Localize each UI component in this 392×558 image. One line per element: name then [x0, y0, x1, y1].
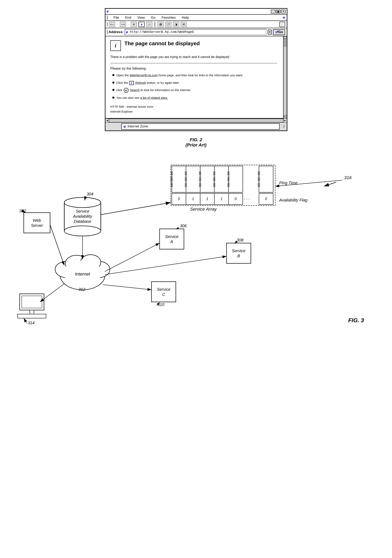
ref-316: 316 — [344, 175, 352, 180]
ref-314: 314 — [28, 321, 34, 325]
dot-separator1: · — [117, 23, 119, 26]
service-b-line1: Service — [232, 249, 245, 253]
maximize-button[interactable]: ▣ — [276, 10, 281, 13]
hscroll-left-button[interactable]: ◀ — [105, 119, 109, 122]
home-button[interactable]: ⌂ — [146, 22, 152, 27]
bullet-item-3: click ⊕ Search to look for information o… — [112, 88, 277, 93]
toolbar-right-icon[interactable]: □ — [280, 22, 285, 27]
address-dropdown[interactable]: ▼ — [268, 30, 272, 35]
fig2-label: FIG. 2 (Prior Art) — [12, 137, 380, 148]
webserverb-link[interactable]: WebServerB.hp.com — [130, 73, 158, 77]
menu-go[interactable]: Go — [151, 16, 155, 20]
svg-rect-25 — [24, 213, 50, 233]
bullet-dot-1 — [112, 74, 114, 76]
service-b-line2: B — [237, 254, 240, 258]
minimize-button[interactable]: □ — [271, 10, 275, 13]
ping-time-4: 00:00:00 — [213, 171, 216, 187]
refresh-button[interactable]: e — [138, 22, 145, 27]
bullet-list: Open the WebServerB.hp.com home page, an… — [110, 73, 277, 100]
ref-308: 308 — [237, 238, 243, 242]
dot-separator2: · — [128, 23, 129, 26]
ref-306: 306 — [180, 224, 187, 228]
horizontal-scrollbar[interactable]: ◀ ▶ — [105, 119, 287, 122]
menu-right-icon: e — [283, 15, 285, 20]
search-button[interactable]: ⊕ — [158, 22, 164, 27]
go-arrow-icon: ↺ — [275, 30, 278, 34]
ref-304: 304 — [87, 192, 93, 196]
back-button[interactable]: ⟵ — [109, 22, 115, 27]
menu-help[interactable]: Help — [182, 16, 189, 20]
ref-310: 310 — [158, 302, 164, 307]
menu-end[interactable]: End — [125, 16, 131, 20]
svg-rect-44 — [227, 243, 251, 263]
service-a-line2: A — [170, 239, 173, 244]
error-footer: HTTP 500 - Internal server error Interne… — [110, 104, 277, 114]
hscroll-right-button[interactable]: ▶ — [283, 119, 287, 122]
status-zone-text: Internet Zone — [128, 124, 148, 128]
avail-flag-1: 1 — [192, 197, 194, 201]
close-button[interactable]: ✕ — [281, 10, 286, 13]
status-zone-box: e Internet Zone — [121, 123, 280, 130]
ping-time-2: 00:00:00 — [184, 171, 188, 187]
favorites-button[interactable]: □* — [165, 22, 171, 27]
mail-button[interactable]: ✉ — [181, 22, 187, 27]
search-link[interactable]: Search — [130, 88, 140, 92]
refresh-link[interactable]: Refresh — [135, 81, 146, 84]
browser-toolbar: ⟵ · ⟶ · ✕ e ⌂ ⊕ □* ◑ ✉ □ — [105, 21, 287, 28]
avail-flag-3: 1 — [220, 197, 222, 201]
vertical-scrollbar[interactable]: ▲ ▼ — [283, 36, 287, 119]
avail-flag-2: 1 — [206, 197, 208, 201]
service-a-line1: Service — [165, 234, 179, 239]
history-button[interactable]: ◑ — [173, 22, 179, 27]
menu-favorites[interactable]: Favorites — [162, 16, 176, 20]
hscroll-track — [109, 119, 283, 122]
scroll-down-arrow[interactable]: ▼ — [284, 115, 287, 118]
stop-button[interactable]: ✕ — [131, 22, 137, 27]
service-c-line1: Service — [157, 287, 170, 292]
browser-menubar: File End View Go Favorites Help e — [105, 15, 287, 21]
http-error-line: HTTP 500 - Internal server error — [110, 104, 277, 109]
address-box[interactable]: e — [125, 29, 266, 35]
avail-dots: · · · — [244, 196, 250, 201]
related-sites-link[interactable]: a list of related sites. — [140, 96, 168, 99]
scroll-up-arrow[interactable]: ▲ — [284, 37, 287, 40]
svg-rect-35 — [30, 310, 34, 314]
svg-line-0 — [324, 182, 336, 186]
svg-line-37 — [24, 318, 27, 323]
svg-line-50 — [103, 285, 152, 290]
menu-view[interactable]: View — [137, 16, 145, 20]
address-input[interactable] — [128, 30, 265, 34]
address-label: Address: — [109, 30, 124, 34]
titlebar-buttons: □ ▣ ✕ — [271, 10, 286, 13]
svg-rect-34 — [22, 296, 42, 308]
ping-time-3: 00:00:00 — [198, 171, 202, 187]
address-e-icon: e — [126, 30, 128, 34]
availability-flag-label: Availability Flag — [279, 198, 307, 202]
status-e-icon: e — [124, 124, 126, 129]
scroll-thumb[interactable] — [284, 40, 286, 46]
ping-time-label: Ping Time — [279, 181, 298, 185]
bullet-text-4: You can also see a list of related sites… — [116, 96, 168, 100]
svg-rect-8 — [259, 166, 273, 192]
db-label-line1: Service — [76, 209, 89, 213]
browser-name-line: Internet Explorer — [110, 109, 277, 114]
ref-312: 312 — [78, 287, 85, 292]
svg-line-39 — [50, 225, 64, 265]
ping-time-5: 00:00:00 — [227, 171, 230, 187]
svg-line-51 — [40, 284, 64, 302]
fig3-diagram: 00:00:00 00:00:00 00:00:00 00:00:00 00:0… — [14, 156, 379, 342]
menu-file[interactable]: File — [114, 16, 119, 20]
forward-button[interactable]: ⟶ — [120, 22, 126, 27]
bullet-item-4: You can also see a list of related sites… — [112, 96, 277, 100]
error-title: The page cannot be displayed — [125, 40, 200, 47]
bullet-text-3: click ⊕ Search to look for information o… — [116, 88, 191, 93]
refresh-inline-icon[interactable]: e — [129, 81, 134, 85]
bullet-dot-4 — [112, 96, 114, 99]
go-button[interactable]: ↺ Go — [273, 29, 285, 35]
svg-rect-36 — [18, 314, 46, 318]
browser-statusbar: e Internet Zone // — [105, 122, 287, 131]
search-inline-icon[interactable]: ⊕ — [124, 88, 128, 93]
db-label-line3: Database — [74, 219, 91, 224]
browser-titlebar: e □ ▣ ✕ — [105, 9, 287, 15]
db-label-line2: Availability — [73, 214, 92, 218]
